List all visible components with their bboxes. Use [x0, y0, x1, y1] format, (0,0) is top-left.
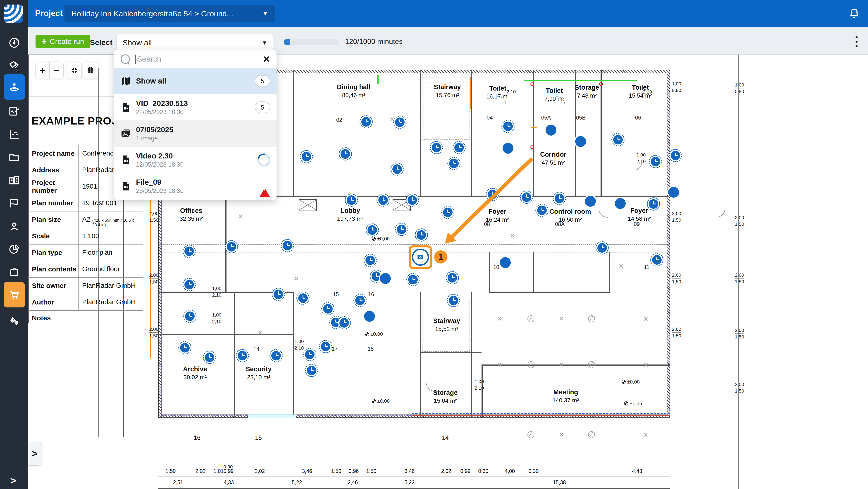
- plain-pin[interactable]: [546, 125, 556, 135]
- dashboard-gauge-icon[interactable]: [5, 34, 23, 52]
- expand-panel-tab[interactable]: >: [28, 442, 41, 466]
- clock-pin[interactable]: [178, 341, 191, 354]
- clock-pin[interactable]: [303, 348, 316, 361]
- project-selector[interactable]: Holliday Inn Kahlenbergerstraße 54 > Gro…: [64, 5, 275, 22]
- clock-pin[interactable]: [300, 150, 313, 163]
- pie-chart-icon[interactable]: [5, 240, 23, 258]
- clock-pin[interactable]: [297, 292, 310, 305]
- sidebar-item-store-active[interactable]: [4, 282, 25, 307]
- clock-pin[interactable]: [447, 157, 461, 170]
- clock-pin[interactable]: [406, 273, 420, 286]
- clock-pin[interactable]: [415, 228, 428, 242]
- clock-pin[interactable]: [183, 278, 196, 291]
- clock-pin[interactable]: [647, 197, 660, 211]
- filter-select-value: Show all: [123, 38, 152, 47]
- dropdown-item-07-05-2025[interactable]: 07/05/20251 image: [114, 120, 277, 147]
- filter-select[interactable]: Show all ▼: [117, 34, 273, 51]
- clock-pin[interactable]: [501, 120, 515, 133]
- dropdown-item-subtitle: 1 image: [136, 135, 173, 142]
- clock-pin[interactable]: [183, 310, 196, 323]
- planradar-logo[interactable]: [4, 4, 23, 23]
- plain-pin[interactable]: [500, 257, 511, 268]
- search-input[interactable]: [136, 54, 261, 64]
- clock-pin[interactable]: [345, 193, 358, 207]
- clock-pin[interactable]: [236, 349, 249, 362]
- clock-pin[interactable]: [430, 141, 443, 154]
- clock-pin[interactable]: [183, 245, 196, 258]
- clock-pin[interactable]: [391, 162, 404, 176]
- clock-pin[interactable]: [366, 223, 379, 237]
- close-icon[interactable]: [262, 55, 270, 63]
- search-icon: [121, 54, 130, 64]
- grid-cross: ×: [559, 314, 564, 324]
- clock-pin[interactable]: [446, 271, 459, 284]
- clock-pin[interactable]: [272, 288, 285, 301]
- sidebar-collapse-chevron[interactable]: >: [10, 475, 16, 486]
- pin-count-badge[interactable]: 1: [434, 250, 447, 264]
- clock-pin[interactable]: [339, 147, 352, 160]
- dropdown-item-file-09[interactable]: File_0925/05/2023 18:30: [114, 173, 277, 199]
- clock-pin[interactable]: [338, 316, 351, 329]
- dropdown-item-video-2-30[interactable]: Video 2.3012/05/2023 18:30: [114, 147, 277, 173]
- clock-pin[interactable]: [376, 193, 390, 207]
- clock-pin[interactable]: [520, 191, 533, 204]
- create-run-button[interactable]: + Create run: [35, 35, 90, 48]
- clipboard-icon[interactable]: [5, 264, 23, 281]
- statistics-icon[interactable]: [5, 125, 23, 143]
- plain-pin[interactable]: [585, 196, 596, 207]
- clock-pin[interactable]: [393, 116, 406, 129]
- clock-pin[interactable]: [441, 206, 454, 219]
- plain-pin[interactable]: [502, 143, 514, 154]
- dropdown-item-vid-20230-513[interactable]: VID_20230.51322/05/2023 18:305: [114, 94, 277, 120]
- clock-pin[interactable]: [650, 253, 663, 267]
- clock-pin[interactable]: [319, 340, 332, 353]
- clock-pin[interactable]: [360, 115, 373, 128]
- clock-pin[interactable]: [305, 364, 318, 377]
- room-name: Storage: [433, 389, 458, 396]
- title-block-row: Plan contentsGround floor: [28, 261, 143, 278]
- level-marker-value: ±0,00: [377, 398, 390, 404]
- clock-pin[interactable]: [270, 349, 283, 362]
- camera-pin[interactable]: [412, 249, 429, 266]
- clock-pin[interactable]: [553, 192, 566, 205]
- clock-pin[interactable]: [649, 155, 662, 168]
- clock-pin[interactable]: [611, 133, 624, 146]
- clock-pin[interactable]: [364, 254, 377, 267]
- dimension-label: 2,02: [195, 468, 206, 474]
- folder-icon[interactable]: [5, 149, 23, 166]
- clock-pin[interactable]: [669, 149, 682, 162]
- level-marker: ±0,00: [622, 379, 640, 385]
- tags-icon[interactable]: [5, 57, 23, 75]
- clock-pin[interactable]: [595, 241, 609, 254]
- notifications-bell-icon[interactable]: [847, 7, 861, 20]
- title-block-row-value: 1:100: [79, 228, 143, 244]
- clock-pin[interactable]: [321, 302, 335, 315]
- sidebar-item-plans-active[interactable]: [4, 74, 25, 100]
- clock-pin[interactable]: [406, 193, 419, 207]
- plain-pin[interactable]: [615, 198, 626, 209]
- form-signature-icon[interactable]: [5, 102, 23, 120]
- person-icon[interactable]: [5, 218, 23, 236]
- plain-pin[interactable]: [364, 311, 375, 322]
- settings-gears-icon[interactable]: [5, 313, 23, 331]
- plain-pin[interactable]: [380, 273, 391, 284]
- clock-pin[interactable]: [203, 351, 216, 364]
- flag-icon[interactable]: [5, 195, 23, 212]
- clock-pin[interactable]: [535, 204, 549, 217]
- level-marker-icon: [622, 380, 626, 384]
- clock-pin[interactable]: [447, 294, 460, 307]
- grid-cross: ×: [559, 430, 564, 440]
- clock-pin[interactable]: [453, 141, 466, 154]
- clock-pin[interactable]: [281, 239, 294, 252]
- dimension-pair-label: 1,002,10: [212, 312, 221, 325]
- plain-pin[interactable]: [575, 136, 586, 147]
- plain-pin[interactable]: [668, 187, 679, 197]
- dimension-label: 5,22: [405, 480, 415, 486]
- door-number: 09: [634, 221, 640, 227]
- clock-pin[interactable]: [225, 240, 238, 253]
- buildings-icon[interactable]: [5, 172, 23, 189]
- dropdown-item-show-all[interactable]: Show all5: [114, 68, 277, 94]
- clock-pin[interactable]: [353, 294, 367, 307]
- kebab-menu-icon[interactable]: [851, 35, 862, 48]
- clock-pin[interactable]: [395, 223, 408, 236]
